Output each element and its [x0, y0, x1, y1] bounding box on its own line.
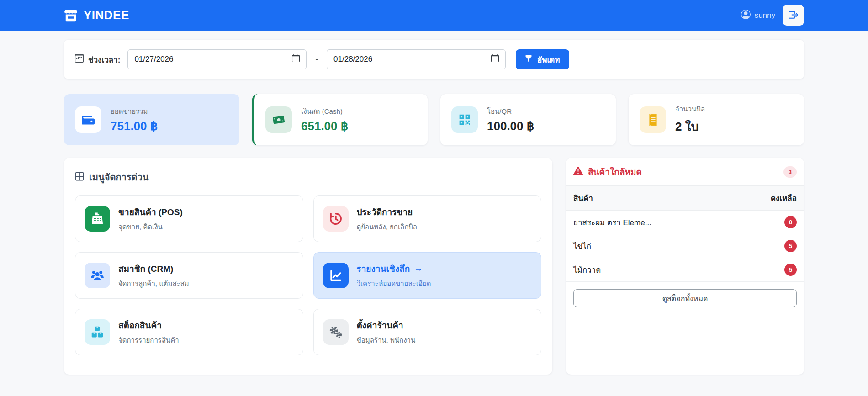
brand[interactable]: YINDEE: [64, 8, 129, 22]
stat-label: เงินสด (Cash): [301, 106, 348, 117]
date-range-label: ช่วงเวลา:: [75, 53, 120, 66]
low-stock-row: ยาสระผม ตรา Eleme... 0: [566, 211, 804, 234]
people-icon: [85, 263, 110, 288]
cash-register-icon: [85, 206, 110, 232]
warning-triangle-icon: [573, 166, 583, 178]
quick-menu-title: เมนูจัดการด่วน: [75, 170, 541, 185]
stat-value: 2 ใบ: [675, 117, 705, 136]
menu-item-title: รายงานเชิงลึก: [357, 262, 410, 275]
end-date-value: 01/28/2026: [333, 55, 372, 64]
calendar-picker-icon[interactable]: [292, 54, 300, 64]
menu-item-subtitle: วิเคราะห์ยอดขายละเอียด: [357, 278, 431, 289]
stat-value: 751.00 ฿: [111, 119, 158, 133]
menu-item-subtitle: จุดขาย, คิดเงิน: [118, 222, 183, 232]
logout-icon: [789, 10, 798, 21]
menu-item-crm[interactable]: สมาชิก (CRM) จัดการลูกค้า, แต้มสะสม: [75, 252, 303, 299]
receipt-icon: [640, 106, 666, 133]
low-stock-table-header: สินค้า คงเหลือ: [566, 185, 804, 211]
gears-icon: [323, 319, 349, 345]
navbar: YINDEE sunny: [0, 0, 868, 31]
date-range-separator: -: [315, 55, 318, 64]
banknote-icon: [265, 106, 292, 133]
product-name: ไข่ไก่: [573, 240, 591, 252]
quantity-badge: 0: [784, 216, 797, 228]
low-stock-row: ไข่ไก่ 5: [566, 234, 804, 258]
column-product: สินค้า: [573, 192, 593, 204]
menu-item-subtitle: จัดการลูกค้า, แต้มสะสม: [118, 278, 189, 289]
low-stock-title: สินค้าใกล้หมด: [588, 165, 778, 179]
menu-item-subtitle: จัดการรายการสินค้า: [118, 335, 179, 346]
menu-item-subtitle: ข้อมูลร้าน, พนักงาน: [357, 335, 416, 346]
stat-label: จำนวนบิล: [675, 104, 705, 115]
update-button[interactable]: อัพเดท: [516, 49, 569, 69]
calendar-picker-icon[interactable]: [491, 54, 499, 64]
clock-history-icon: [323, 206, 349, 232]
arrow-right-icon: →: [414, 264, 423, 274]
date-filter-bar: ช่วงเวลา: 01/27/2026 - 01/28/2026: [64, 40, 804, 79]
menu-item-title: ตั้งค่าร้านค้า: [357, 318, 403, 332]
stat-value: 100.00 ฿: [487, 119, 534, 133]
quick-menu-panel: เมนูจัดการด่วน: [64, 158, 552, 375]
stat-card-bill-count: จำนวนบิล 2 ใบ: [629, 94, 804, 145]
stat-card-cash: เงินสด (Cash) 651.00 ฿: [252, 94, 428, 145]
low-stock-count-badge: 3: [783, 166, 797, 178]
logout-button[interactable]: [783, 5, 804, 26]
boxes-icon: [85, 319, 110, 345]
stat-card-total-sales: ยอดขายรวม 751.00 ฿: [64, 94, 239, 145]
funnel-icon: [525, 55, 532, 64]
quantity-badge: 5: [784, 264, 797, 276]
brand-text: YINDEE: [84, 8, 129, 22]
stat-label: ยอดขายรวม: [111, 106, 158, 117]
menu-item-stock[interactable]: สต็อกสินค้า จัดการรายการสินค้า: [75, 309, 303, 355]
end-date-input[interactable]: 01/28/2026: [327, 49, 506, 69]
quick-menu-grid: ขายสินค้า (POS) จุดขาย, คิดเงิน ประวัติก…: [75, 195, 541, 355]
menu-item-subtitle: ดูย้อนหลัง, ยกเลิกบิล: [357, 222, 418, 232]
stats-row: ยอดขายรวม 751.00 ฿ เงินสด (Cash) 651.00 …: [64, 94, 804, 145]
menu-item-title: ขายสินค้า (POS): [118, 205, 183, 219]
stat-value: 651.00 ฿: [301, 119, 348, 133]
person-circle-icon: [741, 10, 751, 21]
product-name: ไม้กวาด: [573, 264, 601, 276]
menu-item-title: สต็อกสินค้า: [118, 318, 162, 332]
stat-card-transfer-qr: โอน/QR 100.00 ฿: [440, 94, 616, 145]
stat-label: โอน/QR: [487, 106, 534, 117]
username: sunny: [755, 11, 775, 20]
grid-icon: [75, 172, 84, 183]
view-all-stock-button[interactable]: ดูสต็อกทั้งหมด: [573, 289, 797, 307]
start-date-value: 01/27/2026: [134, 55, 173, 64]
navbar-right: sunny: [741, 5, 804, 26]
wallet-icon: [75, 106, 101, 133]
qr-code-icon: [451, 106, 478, 133]
start-date-input[interactable]: 01/27/2026: [127, 49, 307, 69]
user-menu: sunny: [741, 10, 775, 21]
low-stock-panel: สินค้าใกล้หมด 3 สินค้า คงเหลือ ยาสระผม ต…: [566, 158, 804, 375]
low-stock-header: สินค้าใกล้หมด 3: [566, 158, 804, 185]
menu-item-sales-history[interactable]: ประวัติการขาย ดูย้อนหลัง, ยกเลิกบิล: [313, 195, 542, 242]
low-stock-row: ไม้กวาด 5: [566, 258, 804, 282]
quantity-badge: 5: [784, 240, 797, 252]
calendar-icon: [75, 54, 84, 65]
menu-item-title: ประวัติการขาย: [357, 205, 413, 219]
storefront-icon: [64, 9, 78, 22]
column-remaining: คงเหลือ: [771, 192, 797, 204]
chart-line-icon: [323, 263, 349, 288]
menu-item-pos[interactable]: ขายสินค้า (POS) จุดขาย, คิดเงิน: [75, 195, 303, 242]
menu-item-title: สมาชิก (CRM): [118, 262, 173, 275]
product-name: ยาสระผม ตรา Eleme...: [573, 216, 651, 228]
menu-item-settings[interactable]: ตั้งค่าร้านค้า ข้อมูลร้าน, พนักงาน: [313, 309, 542, 355]
menu-item-reports[interactable]: รายงานเชิงลึก → วิเคราะห์ยอดขายละเอียด: [313, 252, 542, 299]
